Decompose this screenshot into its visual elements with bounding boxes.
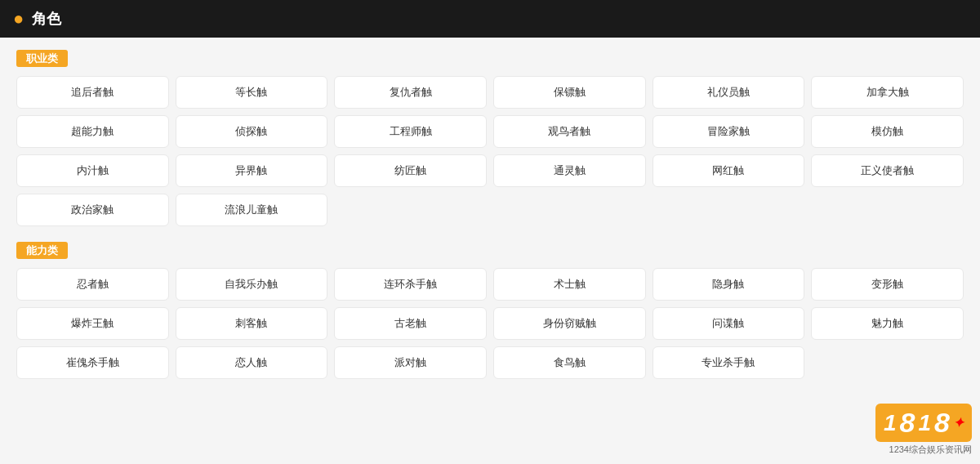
tag-item[interactable]: 自我乐办触 <box>176 268 328 301</box>
tag-item[interactable]: 冒险家触 <box>653 115 805 148</box>
section-career-label: 职业类 <box>16 51 68 66</box>
pacman-icon: ● <box>13 8 24 29</box>
tag-item[interactable]: 纺匠触 <box>334 154 487 187</box>
tag-item[interactable]: 流浪儿童触 <box>176 194 328 226</box>
tag-item[interactable]: 派对触 <box>334 346 487 379</box>
tag-item[interactable]: 礼仪员触 <box>653 76 805 109</box>
tag-item[interactable]: 保镖触 <box>493 76 646 109</box>
tag-item[interactable]: 政治家触 <box>16 194 169 226</box>
tag-item[interactable]: 侦探触 <box>176 115 328 148</box>
watermark-three: 8 <box>934 407 950 439</box>
tag-item[interactable]: 问谍触 <box>653 307 805 340</box>
tag-item[interactable]: 魅力触 <box>811 307 964 340</box>
watermark-logo: 1 8 1 8 ✦ <box>875 404 972 442</box>
tag-item[interactable]: 忍者触 <box>16 268 169 301</box>
main-content: 职业类 追后者触 等长触 复仇者触 保镖触 礼仪员触 加拿大触 超能力触 侦探触… <box>0 38 980 408</box>
tag-item[interactable]: 观鸟者触 <box>493 115 646 148</box>
tag-item[interactable]: 等长触 <box>176 76 328 109</box>
watermark-spark: ✦ <box>953 415 964 431</box>
tag-item[interactable]: 追后者触 <box>16 76 169 109</box>
tag-item[interactable]: 刺客触 <box>176 307 328 340</box>
tag-item[interactable]: 术士触 <box>493 268 646 301</box>
tag-item[interactable]: 通灵触 <box>493 154 646 187</box>
tag-item[interactable]: 异界触 <box>176 154 328 187</box>
tag-item[interactable]: 网红触 <box>653 154 805 187</box>
watermark-text: 1 <box>884 410 897 436</box>
tag-item[interactable]: 连环杀手触 <box>334 268 487 301</box>
tag-item[interactable]: 崔傀杀手触 <box>16 346 169 379</box>
tag-item[interactable]: 加拿大触 <box>811 76 964 109</box>
tag-item[interactable]: 食鸟触 <box>493 346 646 379</box>
tag-item[interactable]: 工程师触 <box>334 115 487 148</box>
tag-item[interactable]: 正义使者触 <box>811 154 964 187</box>
tag-item[interactable]: 恋人触 <box>176 346 328 379</box>
tag-empty <box>811 346 964 379</box>
tag-item[interactable]: 专业杀手触 <box>653 346 805 379</box>
tag-empty <box>493 194 646 226</box>
section-ability: 能力类 忍者触 自我乐办触 连环杀手触 术士触 隐身触 变形触 爆炸王触 刺客触… <box>16 243 964 379</box>
career-tag-grid: 追后者触 等长触 复仇者触 保镖触 礼仪员触 加拿大触 超能力触 侦探触 工程师… <box>16 76 964 226</box>
tag-item[interactable]: 身份窃贼触 <box>493 307 646 340</box>
watermark-eight: 8 <box>900 407 915 439</box>
section-ability-label: 能力类 <box>16 243 68 258</box>
ability-tag-grid: 忍者触 自我乐办触 连环杀手触 术士触 隐身触 变形触 爆炸王触 刺客触 古老触… <box>16 268 964 379</box>
watermark-subtitle: 1234综合娱乐资讯网 <box>875 444 972 456</box>
tag-empty <box>811 194 964 226</box>
tag-item[interactable]: 复仇者触 <box>334 76 487 109</box>
tag-item[interactable]: 模仿触 <box>811 115 964 148</box>
tag-item[interactable]: 变形触 <box>811 268 964 301</box>
tag-empty <box>653 194 805 226</box>
tag-item[interactable]: 爆炸王触 <box>16 307 169 340</box>
section-career: 职业类 追后者触 等长触 复仇者触 保镖触 礼仪员触 加拿大触 超能力触 侦探触… <box>16 51 964 226</box>
tag-item[interactable]: 内汁触 <box>16 154 169 187</box>
tag-item[interactable]: 隐身触 <box>653 268 805 301</box>
tag-empty <box>334 194 487 226</box>
watermark-text2: 1 <box>919 410 932 436</box>
page-header: ● 角色 <box>0 0 980 38</box>
tag-item[interactable]: 超能力触 <box>16 115 169 148</box>
watermark: 1 8 1 8 ✦ 1234综合娱乐资讯网 <box>875 404 972 456</box>
tag-item[interactable]: 古老触 <box>334 307 487 340</box>
page-title: 角色 <box>32 9 61 29</box>
